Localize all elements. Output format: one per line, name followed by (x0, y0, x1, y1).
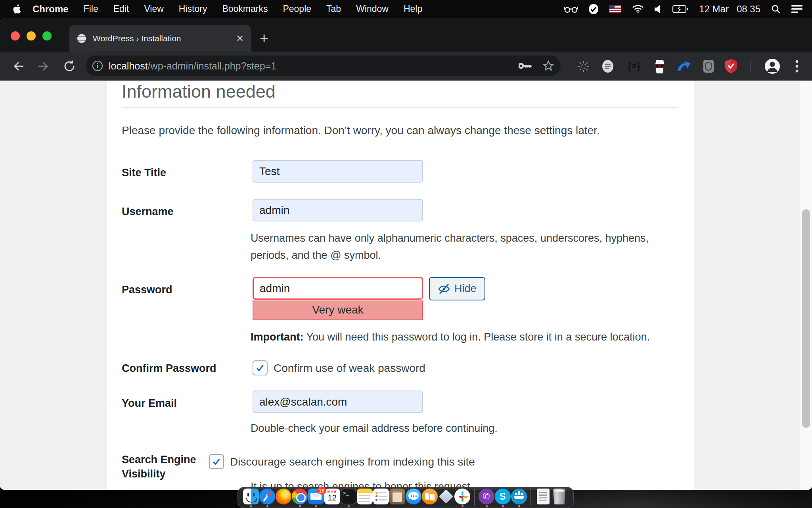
scrollbar-thumb[interactable] (802, 209, 810, 428)
calendar-icon: MAR12 (324, 489, 340, 504)
seo-checkbox-label[interactable]: Discourage search engines from indexing … (230, 454, 475, 468)
new-tab-button[interactable]: + (260, 31, 268, 46)
date-text: 12 Mar (699, 4, 729, 15)
confirm-checkbox-label[interactable]: Confirm use of weak password (274, 360, 425, 375)
spotlight-search-icon[interactable] (771, 4, 781, 14)
mail-icon: 16 (308, 489, 324, 504)
time-text: 08 35 (737, 4, 760, 15)
forward-button[interactable] (35, 52, 53, 81)
mail-badge: 16 (317, 487, 326, 495)
scrollbar-track[interactable] (800, 81, 812, 490)
bookmark-star-icon[interactable] (542, 60, 554, 72)
password-important-note: Important: You will need this password t… (251, 329, 650, 346)
dock-item-terminal[interactable]: >_ (340, 489, 356, 508)
dock-item-finder[interactable] (243, 489, 259, 508)
check-circle-status-icon[interactable] (588, 4, 599, 15)
eye-off-icon (438, 283, 450, 294)
menu-item-people[interactable]: People (283, 4, 311, 14)
menu-item-help[interactable]: Help (404, 4, 422, 14)
eyeglasses-status-icon[interactable] (564, 5, 578, 13)
skype-icon: S (495, 489, 511, 504)
dock-item-chrome[interactable] (291, 489, 308, 508)
minimize-window-button[interactable] (27, 31, 36, 40)
dock-item-slack[interactable] (454, 489, 470, 508)
username-help-text: Usernames can have only alphanumeric cha… (251, 230, 669, 264)
package-cube-icon (438, 489, 454, 504)
dock-item-mail[interactable]: 16 (308, 489, 324, 508)
us-flag-input-source-icon[interactable] (609, 5, 621, 13)
volume-icon[interactable] (655, 5, 662, 13)
zoom-window-button[interactable] (42, 31, 52, 40)
extension-blue-arrow-icon[interactable] (675, 52, 693, 81)
site-info-icon[interactable] (92, 60, 103, 71)
toolbar-divider (750, 60, 751, 73)
confirm-password-label: Confirm Password (122, 359, 253, 375)
extension-incognito-mask-icon[interactable] (651, 52, 668, 81)
address-bar[interactable]: localhost/wp-admin/install.php?step=1 (86, 56, 561, 76)
dock-item-installer[interactable] (535, 489, 551, 508)
url-text[interactable]: localhost/wp-admin/install.php?step=1 (109, 60, 519, 72)
dock-item-firefox[interactable] (275, 489, 291, 508)
checkbox-check-icon (255, 363, 265, 373)
dock-item-contacts[interactable] (389, 489, 405, 508)
menu-bar-clock[interactable]: 12 Mar 08 35 (699, 4, 760, 15)
tab-close-icon[interactable]: ✕ (236, 33, 244, 44)
macos-menu-bar: Chrome File Edit View History Bookmarks … (0, 0, 812, 18)
password-input[interactable]: admin (253, 277, 423, 300)
extension-brightness-icon[interactable] (575, 52, 592, 81)
hide-password-button[interactable]: Hide (429, 277, 485, 300)
menu-item-view[interactable]: View (144, 4, 163, 14)
title-divider (122, 107, 678, 108)
back-button[interactable] (9, 52, 27, 81)
email-input[interactable]: alex@scalan.com (253, 391, 423, 413)
profile-avatar[interactable] (764, 52, 781, 81)
password-value: admin (260, 282, 290, 295)
discourage-indexing-checkbox[interactable] (209, 454, 224, 469)
menu-item-bookmarks[interactable]: Bookmarks (222, 4, 268, 14)
dock-item-messages[interactable] (405, 489, 421, 508)
menu-item-history[interactable]: History (179, 4, 207, 14)
browser-tab[interactable]: WordPress › Installation ✕ (69, 25, 251, 52)
battery-charging-icon[interactable] (672, 5, 688, 13)
site-title-input[interactable]: Test (253, 160, 423, 183)
strength-text: Very weak (312, 304, 363, 316)
menu-item-edit[interactable]: Edit (113, 4, 129, 14)
extension-reader-icon[interactable] (599, 52, 617, 81)
dock-item-calendar[interactable]: MAR12 (324, 489, 340, 508)
extension-red-shield-icon[interactable] (722, 52, 740, 81)
dock-item-trash[interactable] (551, 489, 567, 508)
password-label: Password (122, 277, 253, 320)
notification-list-icon[interactable] (791, 5, 802, 13)
dock-item-viber[interactable]: ✆ (478, 489, 494, 508)
browser-menu-dots-icon[interactable] (788, 52, 806, 81)
dock-item-notes[interactable] (356, 489, 373, 508)
extension-json-braces-icon[interactable]: {≡} (625, 52, 643, 81)
extension-gray-shield-icon[interactable] (700, 52, 717, 81)
confirm-weak-password-checkbox[interactable] (253, 360, 268, 375)
dock-item-safari[interactable] (259, 489, 275, 508)
site-title-row: Site Title Test (122, 160, 678, 183)
reload-button[interactable] (60, 52, 79, 81)
dock-item-docker[interactable] (511, 489, 527, 508)
apple-menu-icon[interactable] (13, 4, 21, 14)
menu-item-file[interactable]: File (84, 4, 98, 14)
password-key-icon[interactable] (519, 61, 532, 71)
menu-app-name[interactable]: Chrome (33, 4, 69, 15)
dock-item-reminders[interactable] (373, 489, 389, 508)
dock-item-package[interactable] (438, 489, 454, 508)
dock-item-books[interactable] (421, 489, 438, 508)
username-input[interactable]: admin (253, 199, 423, 221)
tab-strip: WordPress › Installation ✕ + (0, 18, 812, 52)
close-window-button[interactable] (11, 31, 20, 40)
password-strength-indicator: Very weak (253, 300, 423, 320)
finder-icon (243, 489, 259, 504)
seo-visibility-row: Search Engine Visibility Discourage sear… (122, 452, 678, 481)
wifi-icon[interactable] (632, 5, 644, 13)
tab-title: WordPress › Installation (93, 34, 232, 43)
email-row: Your Email alex@scalan.com (122, 391, 678, 413)
menu-item-tab[interactable]: Tab (326, 4, 341, 14)
viber-icon: ✆ (479, 489, 494, 504)
contacts-book-icon (389, 489, 405, 504)
menu-item-window[interactable]: Window (356, 4, 389, 14)
dock-item-skype[interactable]: S (494, 489, 511, 508)
